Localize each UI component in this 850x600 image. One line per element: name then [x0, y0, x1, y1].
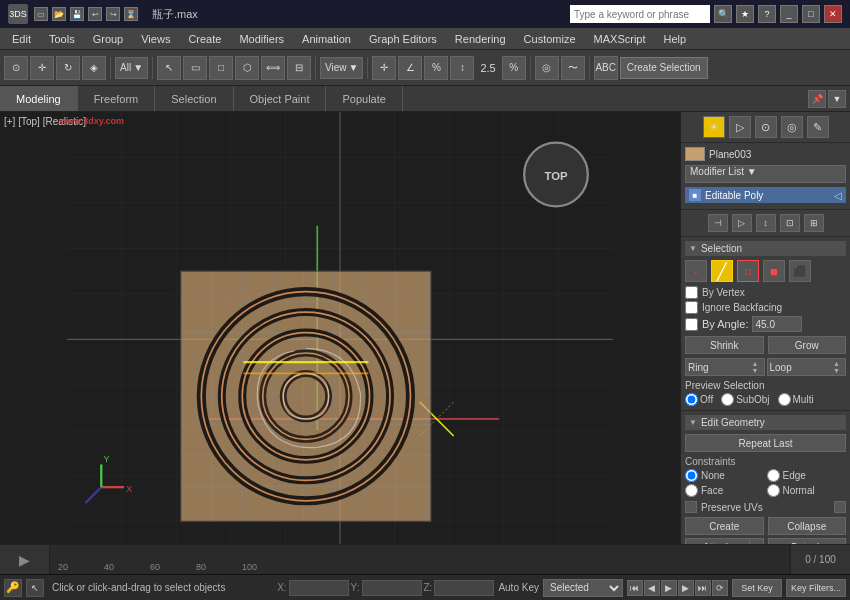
angle-value-input[interactable] [752, 316, 802, 332]
panel-icon-sun[interactable]: ☀ [703, 116, 725, 138]
preserve-uvs-checkbox-left[interactable] [685, 501, 697, 513]
toolbar-anim-btn[interactable]: ◎ [535, 56, 559, 80]
loop-dropdown[interactable]: Loop ▲ ▼ [767, 358, 847, 376]
shrink-btn[interactable]: Shrink [685, 336, 764, 354]
y-coord-input[interactable] [362, 580, 422, 596]
undo-btn[interactable]: ↩ [88, 7, 102, 21]
viewport-dropdown[interactable]: View ▼ [320, 57, 363, 79]
toolbar-rotate-btn[interactable]: ↻ [56, 56, 80, 80]
repeat-last-btn[interactable]: Repeat Last [685, 434, 846, 452]
panel-icon-target[interactable]: ◎ [781, 116, 803, 138]
selection-collapse-icon[interactable]: ▼ [689, 244, 697, 253]
toolbar-align-btn[interactable]: ⊟ [287, 56, 311, 80]
menu-create[interactable]: Create [180, 31, 229, 47]
transport-next-btn[interactable]: ▶ [678, 580, 694, 596]
status-key-icon[interactable]: 🔑 [4, 579, 22, 597]
bookmark-icon-btn[interactable]: ★ [736, 5, 754, 23]
by-angle-checkbox[interactable] [685, 318, 698, 331]
menu-group[interactable]: Group [85, 31, 132, 47]
timeline-track[interactable]: 20 40 60 80 100 [50, 545, 790, 574]
toolbar-percent-snap[interactable]: % [424, 56, 448, 80]
toolbar-curve-btn[interactable]: 〜 [561, 56, 585, 80]
viewport[interactable]: [+] [Top] [Realistic] www.3dxy.com [0, 112, 680, 544]
toolbar-select-obj-btn[interactable]: ↖ [157, 56, 181, 80]
toolbar-snap-toggle[interactable]: ✛ [372, 56, 396, 80]
toolbar-rect-sel-btn[interactable]: □ [209, 56, 233, 80]
toolbar-scale-btn[interactable]: ◈ [82, 56, 106, 80]
menu-graph-editors[interactable]: Graph Editors [361, 31, 445, 47]
toolbar-spinner-snap[interactable]: ↕ [450, 56, 474, 80]
stack-pin-btn[interactable]: ⊣ [708, 214, 728, 232]
edge-sel-icon[interactable]: ╱ [711, 260, 733, 282]
ignore-backfacing-checkbox[interactable] [685, 301, 698, 314]
menu-modifiers[interactable]: Modifiers [231, 31, 292, 47]
menu-customize[interactable]: Customize [516, 31, 584, 47]
vertex-sel-icon[interactable]: · [685, 260, 707, 282]
poly-sel-icon[interactable]: ■ [763, 260, 785, 282]
preview-subobj-radio[interactable] [721, 393, 734, 406]
menu-views[interactable]: Views [133, 31, 178, 47]
loop-down-arrow[interactable]: ▼ [833, 367, 843, 374]
tab-modeling[interactable]: Modeling [0, 86, 78, 111]
title-search-input[interactable] [570, 5, 710, 23]
open-btn[interactable]: 📂 [52, 7, 66, 21]
stack-delete-btn[interactable]: ⊞ [804, 214, 824, 232]
element-sel-icon[interactable]: ⬛ [789, 260, 811, 282]
transport-end-btn[interactable]: ⏭ [695, 580, 711, 596]
tab-pin-btn[interactable]: 📌 [808, 90, 826, 108]
ring-down-arrow[interactable]: ▼ [752, 367, 762, 374]
toolbar-select-region-btn[interactable]: ▭ [183, 56, 207, 80]
menu-maxscript[interactable]: MAXScript [586, 31, 654, 47]
minimize-btn[interactable]: _ [780, 5, 798, 23]
toolbar-named-sel[interactable]: ABC [594, 56, 618, 80]
collapse-btn[interactable]: Collapse [768, 517, 847, 535]
viewport-canvas[interactable]: TOP X Y [0, 112, 680, 544]
by-vertex-checkbox[interactable] [685, 286, 698, 299]
tab-populate[interactable]: Populate [326, 86, 402, 111]
transport-prev-btn[interactable]: ◀ [644, 580, 660, 596]
history-btn[interactable]: ⌛ [124, 7, 138, 21]
close-btn[interactable]: ✕ [824, 5, 842, 23]
toolbar-mirror-btn[interactable]: ⟺ [261, 56, 285, 80]
toolbar-angle-snap[interactable]: ∠ [398, 56, 422, 80]
stack-copy-btn[interactable]: ⊡ [780, 214, 800, 232]
preserve-uvs-checkbox-right[interactable] [834, 501, 846, 513]
tab-object-paint[interactable]: Object Paint [234, 86, 327, 111]
ring-up-arrow[interactable]: ▲ [752, 360, 762, 367]
constraint-face-radio[interactable] [685, 484, 698, 497]
stack-configure-btn[interactable]: ▷ [732, 214, 752, 232]
selection-filter-dropdown[interactable]: All ▼ [115, 57, 148, 79]
panel-icon-pen[interactable]: ✎ [807, 116, 829, 138]
ring-dropdown[interactable]: Ring ▲ ▼ [685, 358, 765, 376]
menu-rendering[interactable]: Rendering [447, 31, 514, 47]
timeline-play-icon[interactable]: ▶ [19, 552, 30, 568]
menu-help[interactable]: Help [656, 31, 695, 47]
preview-multi-radio[interactable] [778, 393, 791, 406]
loop-up-arrow[interactable]: ▲ [833, 360, 843, 367]
edit-geo-collapse-icon[interactable]: ▼ [689, 418, 697, 427]
tab-freeform[interactable]: Freeform [78, 86, 156, 111]
maximize-btn[interactable]: □ [802, 5, 820, 23]
create-btn[interactable]: Create [685, 517, 764, 535]
constraint-edge-radio[interactable] [767, 469, 780, 482]
set-key-btn[interactable]: Set Key [732, 579, 782, 597]
search-icon-btn[interactable]: 🔍 [714, 5, 732, 23]
tab-selection[interactable]: Selection [155, 86, 233, 111]
transport-start-btn[interactable]: ⏮ [627, 580, 643, 596]
grow-btn[interactable]: Grow [768, 336, 847, 354]
modifier-list-dropdown[interactable]: Modifier List ▼ [685, 165, 846, 183]
key-filters-btn[interactable]: Key Filters... [786, 579, 846, 597]
object-color-swatch[interactable] [685, 147, 705, 161]
transport-loop-btn[interactable]: ⟳ [712, 580, 728, 596]
selected-dropdown[interactable]: Selected [543, 579, 623, 597]
new-btn[interactable]: ▭ [34, 7, 48, 21]
stack-move-btn[interactable]: ↕ [756, 214, 776, 232]
status-select-icon[interactable]: ↖ [26, 579, 44, 597]
menu-edit[interactable]: Edit [4, 31, 39, 47]
modifier-entry-editable-poly[interactable]: ■ Editable Poly ◁ [685, 187, 846, 203]
panel-icon-play[interactable]: ▷ [729, 116, 751, 138]
transport-play-btn[interactable]: ▶ [661, 580, 677, 596]
panel-icon-circle[interactable]: ⊙ [755, 116, 777, 138]
preview-off-radio[interactable] [685, 393, 698, 406]
redo-btn[interactable]: ↪ [106, 7, 120, 21]
